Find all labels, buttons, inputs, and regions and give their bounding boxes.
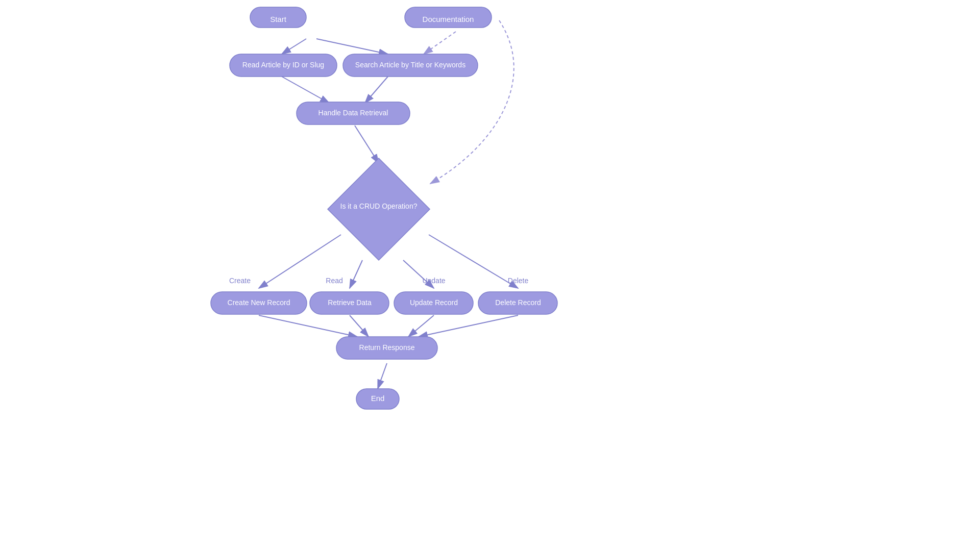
return-response-label: Return Response [359, 343, 415, 352]
handle-retrieval-label: Handle Data Retrieval [318, 109, 388, 117]
edge-doc-to-crud [430, 20, 514, 184]
end-label: End [371, 394, 385, 403]
edge-create-to-return [259, 315, 357, 337]
start-label: Start [270, 15, 287, 23]
read-article-label: Read Article by ID or Slug [242, 61, 324, 69]
retrieve-data-label: Retrieve Data [328, 298, 372, 307]
read-label-text: Read [326, 277, 342, 285]
edge-crud-to-retrieve [350, 260, 362, 288]
edge-start-to-search [316, 39, 388, 54]
flowchart-canvas: Start Documentation Read Article by ID o… [0, 0, 980, 551]
documentation-label: Documentation [423, 15, 474, 23]
update-record-label: Update Record [410, 298, 458, 307]
create-record-label: Create New Record [228, 298, 290, 307]
edge-delete-to-return [419, 315, 518, 337]
update-label-text: Update [422, 277, 445, 285]
delete-label-text: Delete [508, 277, 529, 285]
edge-update-to-return [408, 315, 434, 337]
search-article-label: Search Article by Title or Keywords [355, 61, 465, 69]
edge-search-to-handle [365, 77, 388, 103]
edge-read-to-handle [282, 77, 329, 103]
create-label-text: Create [229, 277, 251, 285]
edge-retrieve-to-return [350, 315, 369, 337]
edge-handle-to-crud [355, 126, 379, 163]
edge-start-to-read [282, 39, 306, 54]
delete-record-label: Delete Record [495, 298, 541, 307]
crud-decision-label: Is it a CRUD Operation? [340, 202, 418, 210]
edge-return-to-end [378, 363, 387, 389]
edge-doc-to-search [424, 32, 456, 54]
